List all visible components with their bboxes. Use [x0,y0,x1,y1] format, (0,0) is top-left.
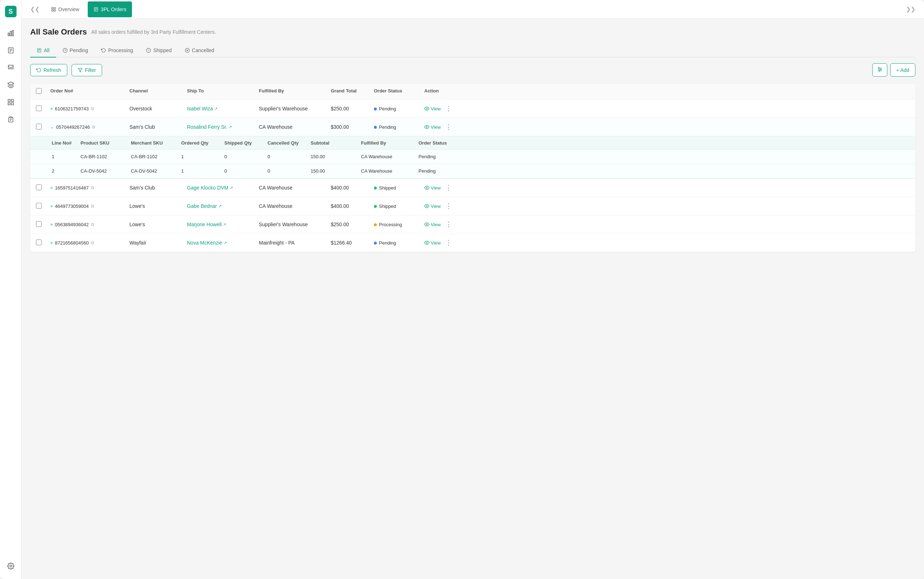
sub-merchant-sku: CA-BR-1102 [131,154,181,159]
sidebar-item-products[interactable] [3,78,18,92]
view-button[interactable]: View [424,240,441,245]
sidebar-item-reports[interactable] [3,112,18,127]
sub-table-row: 1 CA-BR-1102 CA-BR-1102 1 0 0 150.00 CA … [30,150,915,164]
channel: Wayfair [129,240,187,245]
refresh-button[interactable]: Refresh [30,64,67,76]
sidebar-item-grid[interactable] [3,95,18,109]
sub-header-fulfilled-by: Fulfilled By [361,140,418,146]
view-button[interactable]: View [424,185,441,191]
expand-icon[interactable]: » [51,106,53,111]
channel: Lowe's [129,222,187,227]
fulfilled-by: Supplier's Warehouse [259,106,331,111]
sub-ordered-qty: 1 [181,154,224,159]
sub-ordered-qty: 1 [181,168,224,174]
view-button[interactable]: View [424,204,441,209]
view-button[interactable]: View [424,124,441,130]
ship-to[interactable]: Gage Klocko DVM↗ [187,185,259,191]
action-cell: View ⋮ [424,202,467,210]
header-action: Action [424,88,467,95]
tab-processing[interactable]: Processing [95,44,139,57]
sub-shipped-qty: 0 [224,154,268,159]
expand-icon[interactable]: » [51,222,53,227]
grand-total: $1266.40 [331,240,374,245]
tab-cancelled[interactable]: Cancelled [178,44,221,57]
svg-point-40 [426,126,428,128]
copy-icon[interactable]: ⧉ [91,240,94,245]
ship-to[interactable]: Gabe Bednar↗ [187,203,259,209]
sidebar-item-inbox[interactable] [3,61,18,75]
svg-point-43 [426,224,428,225]
ship-to[interactable]: Marjorie Howell↗ [187,222,259,227]
more-button[interactable]: ⋮ [445,202,452,210]
more-button[interactable]: ⋮ [445,123,452,131]
tab-all[interactable]: All [30,44,56,57]
grand-total: $400.00 [331,203,374,209]
expand-icon[interactable]: ⌄ [51,124,54,129]
tab-pending[interactable]: Pending [56,44,95,57]
orders-table: Order No# Channel Ship To Fulfilled By G… [30,84,915,252]
nav-left[interactable]: ❮❮ [27,3,42,15]
action-cell: View ⋮ [424,105,467,113]
status-dot [374,186,377,190]
row-checkbox[interactable] [36,239,51,246]
fulfilled-by: Mainfreight - PA [259,240,331,245]
filter-button[interactable]: Filter [72,64,102,76]
sub-shipped-qty: 0 [224,168,268,174]
sidebar-item-chart[interactable] [3,26,18,40]
grand-total: $250.00 [331,106,374,111]
copy-icon[interactable]: ⧉ [92,124,95,129]
tab-overview[interactable]: Overview [45,2,85,17]
more-button[interactable]: ⋮ [445,221,452,228]
page-header: All Sale Orders All sales orders fulfill… [30,27,915,37]
svg-rect-2 [12,31,13,36]
sub-subtotal: 150.00 [311,168,361,174]
settings-button[interactable] [872,63,887,77]
ship-to[interactable]: Isabel Wiza↗ [187,106,259,111]
copy-icon[interactable]: ⧉ [91,185,94,190]
svg-rect-7 [8,100,10,102]
order-status: Pending [374,124,424,130]
row-checkbox[interactable] [36,203,51,210]
tab-shipped[interactable]: Shipped [139,44,178,57]
ship-to[interactable]: Nova McKenzie↗ [187,240,259,245]
expand-icon[interactable]: » [51,185,53,190]
row-checkbox[interactable] [36,221,51,228]
row-checkbox[interactable] [36,185,51,191]
channel: Overstock [129,106,187,111]
add-button[interactable]: + Add [890,63,915,77]
ship-to-link: Gabe Bednar↗ [187,203,259,209]
ship-to-link: Isabel Wiza↗ [187,106,259,111]
expand-icon[interactable]: » [51,204,53,209]
tab-3pl-orders[interactable]: 3PL Orders [88,2,132,17]
svg-point-41 [426,187,428,188]
sidebar-item-orders[interactable] [3,43,18,57]
sub-subtotal: 150.00 [311,154,361,159]
sub-header-order-status: Order Status [418,140,469,146]
nav-right[interactable]: ❯❯ [903,3,918,15]
svg-rect-10 [11,103,13,105]
copy-icon[interactable]: ⧉ [91,204,94,209]
order-status: Pending [374,240,424,246]
view-button[interactable]: View [424,222,441,227]
copy-icon[interactable]: ⧉ [91,106,94,111]
sub-header-merchant-sku: Merchant SKU [131,140,181,146]
grand-total: $400.00 [331,185,374,191]
more-button[interactable]: ⋮ [445,105,452,113]
row-checkbox[interactable] [36,105,51,112]
copy-icon[interactable]: ⧉ [91,222,94,227]
view-button[interactable]: View [424,106,441,111]
ship-to[interactable]: Rosalind Ferry Sr.↗ [187,124,259,130]
header-checkbox[interactable] [36,88,51,95]
more-button[interactable]: ⋮ [445,184,452,192]
table-header: Order No# Channel Ship To Fulfilled By G… [30,84,915,100]
row-checkbox[interactable] [36,124,51,131]
more-button[interactable]: ⋮ [445,239,452,247]
table-row: » 0563894936042 ⧉ Lowe's Marjorie Howell… [30,216,915,234]
svg-point-37 [880,69,881,70]
svg-rect-1 [10,31,11,36]
header-grand-total: Grand Total [331,88,374,95]
channel: Sam's Club [129,124,187,130]
sidebar-item-settings[interactable] [3,559,18,573]
table-row: » 6106321759743 ⧉ Overstock Isabel Wiza↗… [30,100,915,118]
expand-icon[interactable]: » [51,240,53,245]
